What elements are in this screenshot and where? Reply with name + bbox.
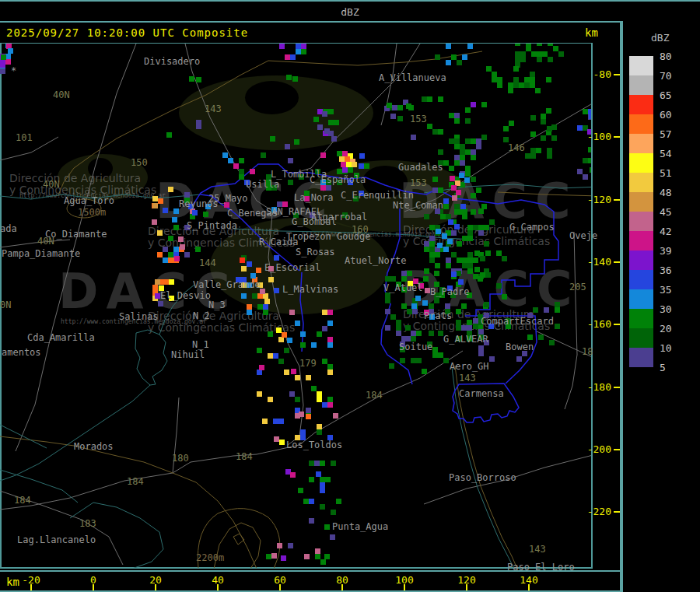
radar-echo-cell [270, 136, 275, 142]
radar-echo-cell [451, 230, 457, 236]
radar-echo-cell [408, 281, 413, 286]
radar-echo-cell [449, 113, 454, 118]
radar-echo-cell [8, 48, 13, 54]
radar-echo-cell [465, 107, 471, 113]
radar-echo-cell [438, 187, 443, 193]
radar-echo-cell [299, 412, 304, 417]
radar-echo-cell [462, 236, 467, 241]
radar-echo-cell [589, 114, 591, 119]
radar-echo-cell [263, 304, 268, 310]
radar-echo-cell [502, 294, 507, 300]
radar-echo-cell [474, 250, 480, 256]
title-bar: dBZ [0, 0, 700, 23]
radar-echo-cell [458, 279, 464, 285]
radar-echo-cell [268, 266, 274, 271]
radar-echo-cell [327, 402, 333, 408]
radar-echo-cell [526, 46, 531, 51]
radar-echo-cell [385, 276, 390, 282]
radar-echo-cell [331, 461, 336, 466]
radar-echo-cell [516, 356, 522, 362]
radar-echo-cell [467, 225, 473, 230]
radar-echo-cell [397, 116, 403, 121]
radar-echo-cell [0, 68, 5, 74]
legend-swatch [629, 231, 653, 250]
radar-echo-cell [460, 149, 465, 155]
radar-echo-cell [447, 239, 453, 244]
radar-echo-cell [300, 331, 306, 337]
radar-echo-cell [277, 201, 282, 207]
radar-echo-cell [336, 499, 341, 504]
radar-echo-cell [460, 144, 465, 149]
radar-echo-cell [465, 138, 471, 144]
radar-echo-cell [448, 219, 453, 225]
x-axis-tick-mark [404, 584, 405, 590]
radar-echo-cell [429, 236, 435, 241]
radar-echo-cell [450, 176, 455, 181]
radar-map-canvas: DACCDACCDACCDACC Dirección de Agricultur… [0, 44, 591, 568]
color-scale-panel: dBZ 807065605754514845423936353020105 [623, 21, 700, 592]
radar-echo-cell [291, 369, 296, 374]
radar-echo-cell [168, 236, 173, 241]
radar-echo-cell [496, 283, 502, 289]
radar-echo-cell [5, 59, 11, 65]
radar-echo-cell [346, 162, 352, 167]
radar-echo-cell [279, 44, 285, 49]
radar-echo-cell [471, 102, 476, 107]
legend-swatch [629, 270, 653, 289]
radar-echo-cell [478, 208, 484, 214]
radar-echo-cell [327, 364, 333, 370]
radar-echo-cell [313, 117, 319, 122]
radar-echo-cell [385, 309, 390, 314]
radar-echo-cell [438, 352, 443, 358]
radar-echo-cell [278, 419, 284, 424]
legend-value-label: 45 [660, 206, 683, 218]
radar-echo-cell [407, 271, 412, 276]
radar-echo-cell [296, 44, 301, 49]
radar-echo-cell [546, 108, 551, 114]
radar-echo-cell [411, 358, 416, 363]
radar-echo-cell [467, 325, 472, 331]
radar-echo-cell [462, 54, 467, 60]
radar-echo-cell [390, 276, 396, 282]
radar-echo-cell [451, 252, 457, 257]
radar-echo-cell [282, 332, 287, 338]
radar-echo-cell [443, 198, 449, 204]
radar-echo-cell [486, 66, 492, 72]
radar-echo-cell [456, 190, 461, 195]
radar-echo-cell [445, 303, 450, 309]
radar-echo-cell [457, 241, 462, 247]
radar-echo-cell [300, 435, 306, 440]
legend-value-label: 65 [660, 89, 683, 101]
radar-echo-cell [411, 135, 416, 140]
legend-swatch [629, 250, 653, 270]
radar-echo-cell [446, 257, 451, 263]
radar-echo-cell [342, 167, 348, 173]
radar-echo-cell [0, 62, 5, 68]
radar-echo-cell [425, 288, 430, 293]
radar-echo-cell [257, 391, 262, 397]
radar-echo-cell [327, 342, 333, 348]
radar-echo-cell [163, 257, 168, 263]
radar-echo-cell [429, 309, 434, 314]
legend-value-label: 80 [660, 51, 683, 62]
radar-echo-cell [352, 162, 357, 167]
radar-echo-cell [180, 244, 185, 250]
radar-echo-cell [241, 277, 247, 282]
radar-echo-cell [295, 321, 300, 326]
radar-echo-cell [196, 120, 201, 129]
radar-echo-cell [295, 375, 300, 380]
radar-echo-cell [268, 397, 273, 402]
radar-echo-cell [327, 321, 333, 326]
radar-echo-cell [189, 76, 194, 82]
radar-echo-cell [411, 336, 416, 342]
radar-echo-cell [304, 191, 310, 196]
radar-echo-cell [515, 51, 520, 57]
radar-echo-cell [155, 279, 160, 285]
radar-echo-cell [436, 229, 441, 234]
radar-echo-cell [392, 105, 397, 110]
radar-echo-cell [541, 114, 546, 119]
radar-echo-cell [314, 461, 320, 466]
radar-echo-cell [422, 300, 428, 306]
radar-echo-cell [484, 313, 489, 318]
legend-value-label: 57 [660, 128, 683, 140]
